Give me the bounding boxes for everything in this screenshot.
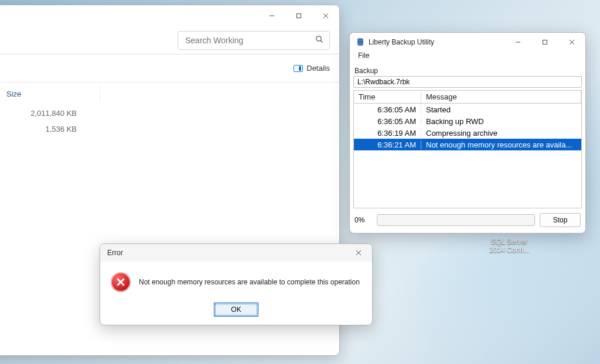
log-time-cell: 6:36:19 AM bbox=[354, 129, 421, 138]
error-titlebar: Error bbox=[100, 244, 372, 262]
view-mode-label[interactable]: Details bbox=[306, 64, 330, 73]
svg-rect-1 bbox=[297, 14, 301, 18]
liberty-titlebar: Liberty Backup Utility bbox=[350, 33, 585, 51]
explorer-titlebar bbox=[0, 5, 339, 26]
column-header-type[interactable]: Type bbox=[0, 86, 6, 102]
log-message-cell: Compressing archive bbox=[421, 129, 581, 138]
log-row[interactable]: 6:36:19 AMCompressing archive bbox=[354, 127, 581, 139]
explorer-address-bar: Data ❯ Working bbox=[0, 26, 339, 54]
log-time-cell: 6:36:21 AM bbox=[354, 140, 421, 149]
error-dialog: Error Not enough memory resources are av… bbox=[100, 243, 373, 325]
search-box[interactable] bbox=[178, 31, 330, 50]
column-header-size[interactable]: Size bbox=[6, 86, 100, 102]
file-type-cell: SQL Server Databa... bbox=[0, 109, 6, 118]
database-icon bbox=[356, 37, 365, 47]
backup-section-label: Backup bbox=[350, 64, 585, 76]
log-header-time[interactable]: Time bbox=[354, 91, 421, 103]
ok-button[interactable]: OK bbox=[214, 303, 258, 317]
log-time-cell: 6:36:05 AM bbox=[354, 105, 421, 114]
progress-percent: 0% bbox=[354, 216, 372, 224]
backup-path-input[interactable]: L:\Rwdback.7rbk bbox=[353, 76, 582, 88]
file-size-cell: 2,011,840 KB bbox=[6, 109, 100, 118]
error-message: Not enough memory resources are availabl… bbox=[139, 278, 360, 286]
file-column-headers: Type Size bbox=[0, 83, 339, 105]
liberty-minimize-button[interactable] bbox=[504, 33, 531, 51]
file-row[interactable]: SQL Server Databa...2,011,840 KB bbox=[0, 105, 339, 121]
search-icon[interactable] bbox=[315, 35, 323, 45]
explorer-toolbar: ••• Details bbox=[0, 54, 339, 83]
desktop-icon-label[interactable]: SQL Server 2014 Confi... bbox=[483, 238, 536, 254]
log-message-cell: Not enough memory resources are availa..… bbox=[421, 140, 581, 149]
liberty-footer: 0% Stop bbox=[350, 208, 585, 233]
log-time-cell: 6:36:05 AM bbox=[354, 117, 421, 126]
explorer-maximize-button[interactable] bbox=[285, 5, 312, 26]
file-row[interactable]: SQL Server Databa...1,536 KB bbox=[0, 121, 339, 137]
log-message-cell: Backing up RWD bbox=[421, 117, 581, 126]
log-row[interactable]: 6:36:05 AMStarted bbox=[354, 104, 581, 115]
svg-line-5 bbox=[321, 40, 322, 42]
stop-button[interactable]: Stop bbox=[540, 213, 581, 227]
liberty-backup-window: Liberty Backup Utility File Backup L:\Rw… bbox=[349, 32, 586, 233]
liberty-menubar: File bbox=[350, 51, 585, 64]
log-message-cell: Started bbox=[421, 105, 581, 114]
file-size-cell: 1,536 KB bbox=[6, 125, 100, 133]
log-grid-header: Time Message bbox=[354, 91, 581, 104]
log-grid: Time Message 6:36:05 AMStarted6:36:05 AM… bbox=[353, 90, 582, 208]
liberty-title: Liberty Backup Utility bbox=[369, 38, 434, 46]
liberty-close-button[interactable] bbox=[558, 33, 585, 51]
details-view-icon[interactable] bbox=[294, 65, 303, 72]
explorer-close-button[interactable] bbox=[312, 5, 339, 26]
log-row[interactable]: 6:36:21 AMNot enough memory resources ar… bbox=[354, 139, 581, 150]
svg-point-4 bbox=[316, 36, 321, 41]
explorer-minimize-button[interactable] bbox=[258, 5, 285, 26]
error-close-button[interactable] bbox=[345, 244, 372, 262]
svg-rect-8 bbox=[543, 40, 547, 44]
log-header-message[interactable]: Message bbox=[421, 91, 581, 103]
liberty-maximize-button[interactable] bbox=[531, 33, 558, 51]
error-title: Error bbox=[106, 249, 123, 257]
search-input[interactable] bbox=[184, 35, 315, 46]
error-icon bbox=[111, 272, 131, 292]
progress-bar bbox=[377, 214, 535, 226]
menu-file[interactable]: File bbox=[354, 50, 373, 61]
file-type-cell: SQL Server Databa... bbox=[0, 125, 6, 133]
log-row[interactable]: 6:36:05 AMBacking up RWD bbox=[354, 115, 581, 127]
